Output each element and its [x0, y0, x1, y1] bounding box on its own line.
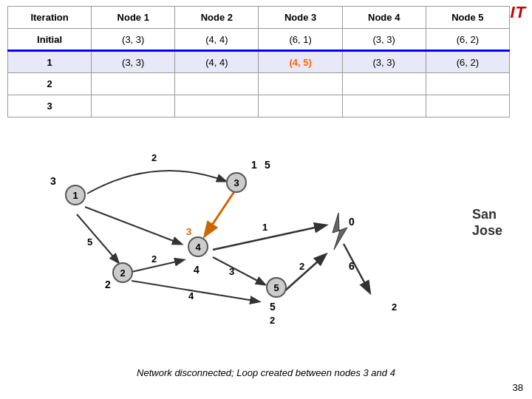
node-5: 5: [266, 277, 287, 298]
iter3-node2: [175, 95, 259, 117]
edge-1-2: [77, 214, 118, 262]
network-diagram: 2 5 2 3 1 2 4 3 1 5 3 4: [7, 148, 525, 369]
label-4-dest: 1: [262, 222, 267, 233]
iter3-row: 3: [8, 95, 510, 117]
iter2-node4: [342, 73, 426, 95]
node5-below-label: 2: [270, 315, 275, 326]
edge-4-dest: [213, 225, 325, 250]
node2-bottom-label: 2: [105, 279, 111, 290]
node-4: 4: [188, 236, 208, 257]
col-header-node4: Node 4: [342, 7, 426, 29]
edge-2-4: [132, 260, 183, 272]
diagram-caption: Network disconnected; Loop created betwe…: [137, 367, 395, 378]
node-1: 1: [65, 185, 86, 205]
iter2-node2: [175, 73, 259, 95]
initial-node1: (3, 3): [92, 29, 175, 51]
edge-4-5: [213, 257, 265, 284]
iter1-node2: (4, 4): [175, 51, 259, 73]
iter1-node4: (3, 3): [342, 51, 426, 73]
label-4-5: 3: [229, 266, 234, 277]
col-header-node2: Node 2: [175, 7, 259, 29]
label-1-2: 5: [87, 236, 92, 248]
thunder-6-label: 6: [349, 260, 355, 272]
iter3-node1: [92, 95, 175, 117]
thunder-0-label: 0: [349, 216, 355, 228]
node4-bottom-label: 4: [194, 264, 200, 276]
node4-highlight-label: 3: [186, 226, 191, 237]
node3-right-label-5: 5: [265, 159, 270, 171]
col-header-node1: Node 1: [92, 7, 175, 29]
node-3: 3: [226, 172, 247, 193]
label-2-5-bottom: 4: [188, 290, 194, 301]
edge-1-4: [85, 207, 181, 244]
iter2-node5: [426, 73, 509, 95]
label-2-4: 2: [151, 253, 157, 265]
diagram-svg: 2 5 2 3 1 2 4 3 1 5 3 4: [7, 148, 525, 369]
edge-thunder-sanjose: [344, 244, 369, 292]
thunder-icon: [332, 213, 347, 250]
node1-top-label: 3: [50, 175, 56, 187]
table-area: Iteration Node 1 Node 2 Node 3 Node 4 No…: [7, 6, 510, 117]
table-header-row: Iteration Node 1 Node 2 Node 3 Node 4 No…: [8, 7, 510, 29]
iter1-node3: (4, 5): [259, 51, 342, 73]
iter3-label: 3: [8, 95, 92, 117]
iter2-row: 2: [8, 73, 510, 95]
label-5-dest: 2: [299, 261, 304, 272]
col-header-node5: Node 5: [426, 7, 509, 29]
iter1-row: 1 (3, 3) (4, 4) (4, 5) (3, 3) (6, 2): [8, 51, 510, 73]
initial-label: Initial: [8, 29, 92, 51]
label-1-3-top: 2: [151, 152, 157, 163]
initial-node3: (6, 1): [259, 29, 342, 51]
iteration-table: Iteration Node 1 Node 2 Node 3 Node 4 No…: [7, 6, 510, 117]
col-header-node3: Node 3: [259, 7, 342, 29]
initial-node4: (3, 3): [342, 29, 426, 51]
iter2-node3: [259, 73, 342, 95]
edge-1-3-top: [87, 171, 225, 194]
iter1-node1: (3, 3): [92, 51, 175, 73]
iter3-node5: [426, 95, 509, 117]
san-jose-label: SanJose: [472, 207, 502, 239]
page-number: 38: [513, 382, 523, 393]
initial-row: Initial (3, 3) (4, 4) (6, 1) (3, 3) (6, …: [8, 29, 510, 51]
iter2-node1: [92, 73, 175, 95]
edge-2-5: [132, 281, 259, 301]
node5-bottom-label: 5: [270, 301, 276, 313]
initial-node5: (6, 2): [426, 29, 509, 51]
iter1-node5: (6, 2): [426, 51, 509, 73]
edge-3-4-highlight: [205, 191, 235, 235]
initial-node2: (4, 4): [175, 29, 259, 51]
node-2: 2: [112, 262, 133, 283]
bottom-right-2-label: 2: [392, 301, 397, 313]
iter2-label: 2: [8, 73, 92, 95]
col-header-iteration: Iteration: [8, 7, 92, 29]
iter3-node3: [259, 95, 342, 117]
node3-right-label-1: 1: [251, 159, 257, 171]
iter3-node4: [342, 95, 426, 117]
iter1-label: 1: [8, 51, 92, 73]
